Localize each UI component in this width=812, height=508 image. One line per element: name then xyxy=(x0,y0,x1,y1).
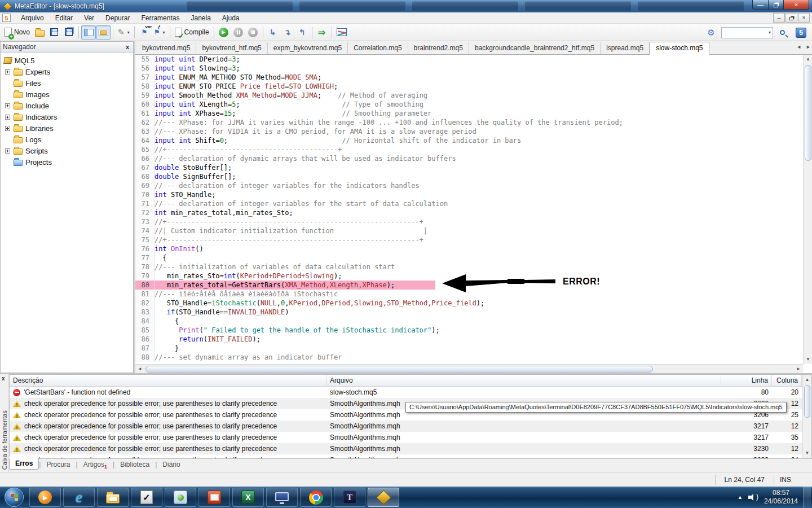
line-number[interactable]: 83 xyxy=(135,308,155,317)
sidebar-item-scripts[interactable]: Scripts xyxy=(4,145,133,156)
code-line[interactable]: 58input ENUM_STO_PRICE Price_field=STO_L… xyxy=(135,82,803,91)
toolbox-tab-procura[interactable]: Procura xyxy=(41,459,76,470)
expand-plus-icon[interactable] xyxy=(5,69,10,75)
error-table-row[interactable]: 'GetStartBars' - function not definedslo… xyxy=(10,387,811,398)
taskbar-item-excel[interactable]: X xyxy=(232,488,264,507)
line-number[interactable]: 70 xyxy=(135,190,155,199)
line-number[interactable]: 65 xyxy=(135,145,155,154)
expand-plus-icon[interactable] xyxy=(5,126,10,131)
menu-depurar[interactable]: Depurar xyxy=(100,13,135,23)
line-number[interactable]: 72 xyxy=(135,208,155,217)
line-number[interactable]: 56 xyxy=(135,64,155,73)
mdi-close-button[interactable]: × xyxy=(798,13,810,23)
expand-plus-icon[interactable] xyxy=(5,148,10,154)
taskbar-item-metatrader[interactable]: T xyxy=(334,488,365,507)
save-button[interactable] xyxy=(47,25,61,40)
menu-editar[interactable]: Editar xyxy=(50,13,78,23)
vscroll-thumb[interactable] xyxy=(805,65,811,161)
code-line[interactable]: 68double SignBuffer[]; xyxy=(135,172,803,181)
column-header-description[interactable]: Descrição xyxy=(10,375,326,386)
line-number[interactable]: 58 xyxy=(135,82,155,91)
minimize-button[interactable]: — xyxy=(752,0,769,10)
scroll-left-icon[interactable]: ◄ xyxy=(135,365,144,374)
line-number[interactable]: 85 xyxy=(135,326,155,335)
start-button[interactable] xyxy=(5,488,24,507)
code-line[interactable]: 55input uint DPeriod=3; xyxy=(135,55,803,64)
column-header-column[interactable]: Coluna xyxy=(772,375,802,386)
open-file-button[interactable] xyxy=(32,25,47,40)
errors-scrollbar[interactable]: ▲ ▼ xyxy=(802,375,811,458)
line-number[interactable]: 57 xyxy=(135,73,155,82)
toggle-navigator-button[interactable] xyxy=(81,25,96,40)
toolbox-tab-biblioteca[interactable]: Biblioteca xyxy=(114,459,155,470)
code-line[interactable]: 64input int Shift=0; // Horizontal shift… xyxy=(135,136,803,145)
sidebar-item-logs[interactable]: Logs xyxy=(4,134,133,145)
vertical-scrollbar[interactable]: ▲ ▼ xyxy=(803,55,812,364)
scroll-right-icon[interactable]: ► xyxy=(794,365,803,374)
tab-slow-stoch.mq5[interactable]: slow-stoch.mq5 xyxy=(650,42,709,55)
tray-expand-icon[interactable]: ▲ xyxy=(738,494,743,500)
line-number[interactable]: 74 xyxy=(135,226,155,235)
scroll-up-icon[interactable]: ▲ xyxy=(803,376,811,384)
toolbox-tab-diário[interactable]: Diário xyxy=(157,459,186,470)
menu-ver[interactable]: Ver xyxy=(78,13,100,23)
attach-button[interactable]: ⇒ xyxy=(315,25,329,40)
taskbar-item-metaeditor[interactable] xyxy=(368,488,399,507)
code-line[interactable]: 87 } xyxy=(135,344,803,353)
taskbar-item-file-explorer[interactable] xyxy=(97,488,129,507)
line-number[interactable]: 73 xyxy=(135,217,155,226)
code-line[interactable]: 62//--- XPhase: for JJMA it varies withi… xyxy=(135,118,803,127)
taskbar-item-checkmark-app[interactable]: ✓ xyxy=(131,488,162,507)
code-line[interactable]: 82 STO_Handle=iStochastic(NULL,0,KPeriod… xyxy=(135,299,803,308)
error-table-row[interactable]: check operator precedence for possible e… xyxy=(10,454,811,459)
code-line[interactable]: 76int OnInit() xyxy=(135,244,803,253)
scroll-down-icon[interactable]: ▼ xyxy=(804,355,812,364)
code-line[interactable]: 56input uint Slowing=3; xyxy=(135,64,803,73)
document-icon[interactable]: 5 xyxy=(2,14,11,22)
mdi-restore-button[interactable] xyxy=(785,13,797,23)
tab-bykovtrend_htf.mq5[interactable]: bykovtrend_htf.mq5 xyxy=(196,42,267,54)
line-number[interactable]: 82 xyxy=(135,299,155,308)
tab-bykovtrend.mq5[interactable]: bykovtrend.mq5 xyxy=(136,42,196,54)
close-button[interactable]: × xyxy=(784,0,809,10)
tab-ispread.mq5[interactable]: ispread.mq5 xyxy=(601,42,650,54)
tab-scroll-right-icon[interactable]: ► xyxy=(806,44,811,50)
code-line[interactable]: 78//--- initialization of variables of d… xyxy=(135,262,803,271)
insert-function-button[interactable]: ⚑ƒ ▾ xyxy=(152,25,167,40)
taskbar-item-internet-explorer[interactable]: e xyxy=(63,488,95,507)
line-number[interactable]: 67 xyxy=(135,163,155,172)
toolbox-tab-artigos[interactable]: Artigos1 xyxy=(78,459,113,471)
line-number[interactable]: 62 xyxy=(135,118,155,127)
tab-braintrend2.mq5[interactable]: braintrend2.mq5 xyxy=(408,42,469,54)
hscroll-thumb[interactable] xyxy=(145,366,653,373)
line-number[interactable]: 75 xyxy=(135,235,155,244)
line-number[interactable]: 55 xyxy=(135,55,155,64)
horizontal-scrollbar[interactable]: ◄ ► xyxy=(135,364,803,373)
line-number[interactable]: 59 xyxy=(135,91,155,100)
code-line[interactable]: 77 { xyxy=(135,253,803,262)
taskbar-clock[interactable]: 08:57 24/06/2014 xyxy=(764,489,798,506)
titlebar[interactable]: MetaEditor - [slow-stoch.mq5] — × xyxy=(0,0,812,12)
code-line[interactable]: 65//+-----------------------------------… xyxy=(135,145,803,154)
chevron-down-icon[interactable]: ▾ xyxy=(769,30,771,35)
expand-plus-icon[interactable] xyxy=(5,115,10,120)
new-file-button[interactable]: Novo xyxy=(2,25,32,40)
code-line[interactable]: 75//+-----------------------------------… xyxy=(135,235,803,244)
code-line[interactable]: 73//+-----------------------------------… xyxy=(135,217,803,226)
stop-debug-button[interactable] xyxy=(246,25,261,40)
error-table-row[interactable]: check operator precedence for possible e… xyxy=(10,443,811,454)
start-debug-button[interactable]: ▶ xyxy=(217,25,231,40)
code-editor[interactable]: 55input uint DPeriod=3;56input uint Slow… xyxy=(135,55,803,364)
line-number[interactable]: 87 xyxy=(135,344,155,353)
volume-icon[interactable]: ) xyxy=(748,493,758,502)
menu-janela[interactable]: Janela xyxy=(185,13,216,23)
code-line[interactable]: 85 Print(" Failed to get the handle of t… xyxy=(135,326,803,335)
compile-button[interactable]: Compile xyxy=(173,25,211,40)
column-header-file[interactable]: Arquivo xyxy=(326,375,721,386)
scroll-down-icon[interactable]: ▼ xyxy=(803,449,811,457)
step-over-button[interactable]: ↴ xyxy=(280,25,295,40)
search-button[interactable] xyxy=(776,25,791,40)
line-number[interactable]: 68 xyxy=(135,172,155,181)
sidebar-item-indicators[interactable]: Indicators xyxy=(4,111,133,122)
taskbar-item-chrome[interactable] xyxy=(300,488,332,507)
